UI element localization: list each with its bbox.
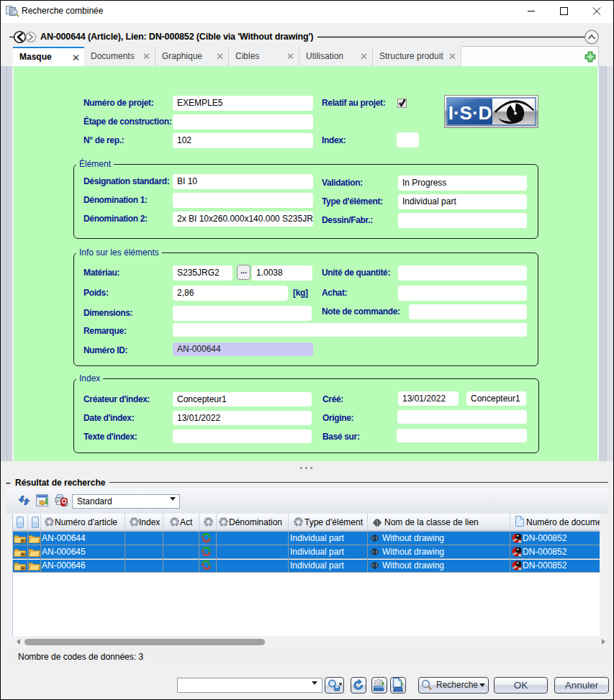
svg-text:I·S·D: I·S·D xyxy=(448,102,492,124)
